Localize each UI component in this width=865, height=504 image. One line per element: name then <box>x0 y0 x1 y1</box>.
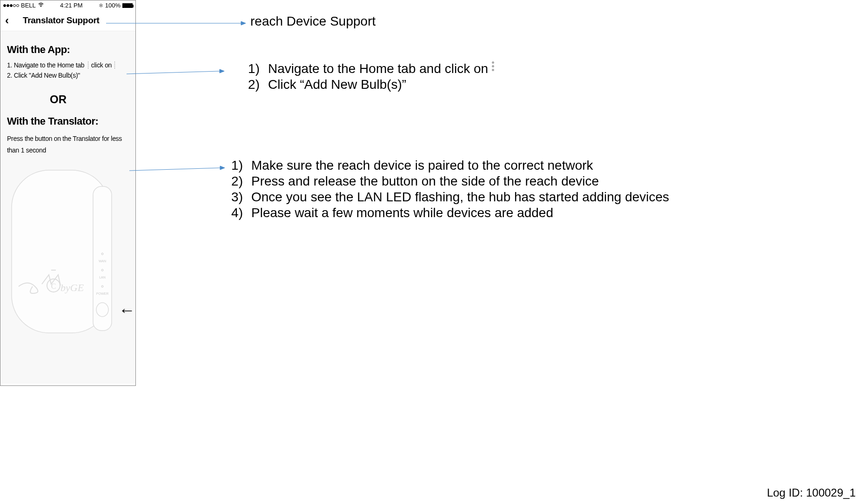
svg-marker-15 <box>220 166 225 170</box>
status-bar: BELL 4:21 PM ✱ 100% <box>0 0 135 10</box>
lan-label: LAN <box>99 276 106 279</box>
svg-marker-11 <box>241 21 246 25</box>
bluetooth-icon: ✱ <box>99 2 103 9</box>
svg-rect-2 <box>93 186 112 331</box>
list2-item-0: Make sure the reach device is paired to … <box>251 158 593 173</box>
list1-item-0: Navigate to the Home tab and click on <box>268 61 488 76</box>
list-item: 1) Make sure the reach device is paired … <box>230 158 669 173</box>
list2-item-1: Press and release the button on the side… <box>251 174 599 189</box>
more-dots-icon <box>492 61 494 76</box>
connector-arrow-2 <box>127 68 224 78</box>
annotation-title: reach Device Support <box>250 14 376 29</box>
svg-line-14 <box>129 168 220 171</box>
svg-marker-13 <box>220 69 224 73</box>
section2-text: Press the button on the Translator for l… <box>7 133 129 156</box>
list2-item-3: Please wait a few moments while devices … <box>251 206 553 220</box>
wan-label: WAN <box>99 259 106 263</box>
section1-step2: 2. Click "Add New Bulb(s)" <box>7 72 129 79</box>
phone-mockup: BELL 4:21 PM ✱ 100% ‹ Translator Support… <box>0 0 136 386</box>
or-label: OR <box>47 93 70 106</box>
svg-point-0 <box>40 6 41 7</box>
nav-title: Translator Support <box>23 15 100 26</box>
device-illustration: WAN LAN POWER byGE C ← <box>7 166 129 338</box>
step1-prefix: 1. Navigate to the Home tab <box>7 61 84 69</box>
svg-text:C: C <box>51 282 56 290</box>
battery-icon <box>122 3 133 8</box>
annotation-list-1: 1) Navigate to the Home tab and click on… <box>247 61 494 93</box>
carrier-label: BELL <box>21 2 36 9</box>
back-chevron-icon[interactable]: ‹ <box>5 14 9 27</box>
battery-pct: 100% <box>105 2 121 9</box>
time-label: 4:21 PM <box>60 2 82 9</box>
signal-dots-icon <box>3 4 19 7</box>
section2-header: With the Translator: <box>7 115 129 127</box>
section1-step1: 1. Navigate to the Home tab click on <box>7 61 129 69</box>
phone-content: With the App: 1. Navigate to the Home ta… <box>0 31 135 384</box>
connector-arrow-1 <box>106 19 246 28</box>
list1-item-1: Click “Add New Bulb(s)” <box>268 77 406 92</box>
svg-line-12 <box>127 71 220 74</box>
annotation-list-2: 1) Make sure the reach device is paired … <box>230 158 669 221</box>
click-on-box: click on <box>88 61 115 69</box>
list2-item-2: Once you see the LAN LED flashing, the h… <box>251 190 669 205</box>
arrow-left-icon: ← <box>119 300 135 320</box>
svg-text:byGE: byGE <box>60 282 84 293</box>
wifi-icon <box>38 2 44 9</box>
list-item: 4) Please wait a few moments while devic… <box>230 206 669 220</box>
list-item: 1) Navigate to the Home tab and click on <box>247 61 494 76</box>
log-id: Log ID: 100029_1 <box>767 486 856 499</box>
list-item: 2) Click “Add New Bulb(s)” <box>247 77 494 92</box>
list-item: 3) Once you see the LAN LED flashing, th… <box>230 190 669 205</box>
power-label: POWER <box>96 292 108 295</box>
list-item: 2) Press and release the button on the s… <box>230 174 669 189</box>
section1-header: With the App: <box>7 44 129 56</box>
connector-arrow-3 <box>129 165 225 174</box>
